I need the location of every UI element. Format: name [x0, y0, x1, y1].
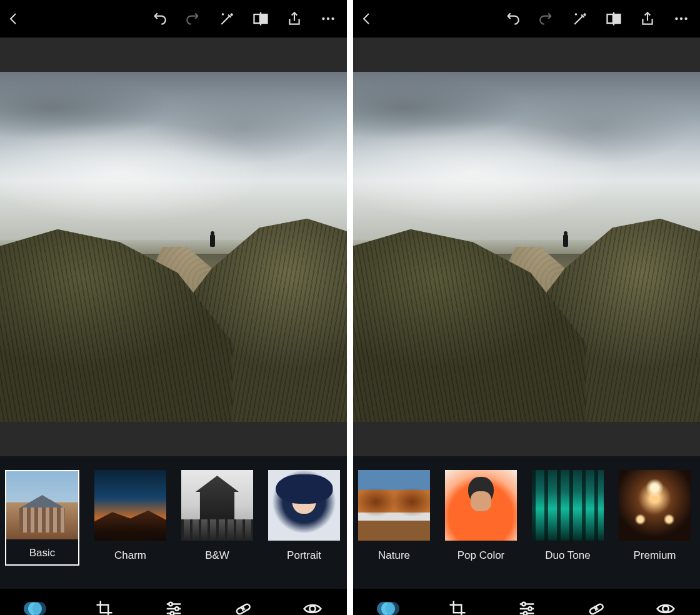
redeye-tool-icon[interactable]	[299, 595, 326, 615]
redeye-tool-icon[interactable]	[652, 595, 679, 615]
filter-nature-thumb	[358, 470, 430, 541]
bottom-toolbar	[353, 589, 700, 615]
svg-rect-10	[608, 14, 613, 23]
top-toolbar	[0, 0, 347, 38]
svg-point-15	[522, 602, 526, 606]
compare-icon[interactable]	[604, 9, 624, 29]
filter-label: Charm	[114, 549, 146, 562]
edited-photo	[353, 72, 700, 422]
filter-strip[interactable]: Nature Pop Color Duo Tone Premium	[353, 456, 700, 589]
filter-portrait-thumb	[268, 470, 340, 541]
redo-icon[interactable]	[536, 9, 556, 29]
svg-point-3	[327, 18, 329, 20]
svg-point-4	[331, 18, 334, 20]
svg-point-14	[684, 18, 687, 20]
svg-rect-11	[614, 14, 620, 23]
image-canvas[interactable]	[353, 38, 700, 456]
screen-right: Nature Pop Color Duo Tone Premium	[353, 0, 700, 615]
filter-nature[interactable]: Nature	[358, 470, 430, 562]
svg-point-5	[169, 602, 172, 606]
more-icon[interactable]	[318, 9, 338, 29]
filter-premium-thumb	[619, 470, 691, 541]
svg-point-12	[675, 18, 678, 20]
svg-point-19	[662, 606, 668, 611]
filter-basic-thumb	[6, 471, 78, 539]
share-icon[interactable]	[284, 9, 304, 29]
heal-tool-icon[interactable]	[582, 595, 610, 615]
filter-duotone[interactable]: Duo Tone	[532, 470, 604, 562]
filter-label: Nature	[378, 549, 410, 562]
bottom-toolbar	[0, 589, 347, 615]
svg-point-16	[528, 607, 532, 611]
filter-popcolor[interactable]: Pop Color	[445, 470, 517, 562]
crop-tool-icon[interactable]	[444, 595, 471, 615]
filter-charm[interactable]: Charm	[94, 470, 166, 562]
image-canvas[interactable]	[0, 38, 347, 456]
looks-tool-icon[interactable]	[374, 595, 402, 615]
filter-portrait[interactable]: Portrait	[268, 470, 340, 562]
crop-tool-icon[interactable]	[91, 595, 118, 615]
filter-bw[interactable]: B&W	[181, 470, 253, 562]
filter-label: Pop Color	[458, 549, 505, 562]
screen-left: Basic Charm B&W Portrait	[0, 0, 347, 615]
svg-rect-0	[254, 14, 260, 23]
svg-point-17	[523, 612, 527, 615]
heal-tool-icon[interactable]	[229, 595, 257, 615]
undo-icon[interactable]	[149, 9, 169, 29]
filter-duotone-thumb	[532, 470, 604, 541]
filter-label: Portrait	[287, 549, 321, 562]
adjust-tool-icon[interactable]	[160, 595, 188, 615]
top-toolbar	[353, 0, 700, 38]
auto-enhance-icon[interactable]	[570, 9, 590, 29]
adjust-tool-icon[interactable]	[513, 595, 541, 615]
svg-point-9	[309, 606, 315, 611]
undo-icon[interactable]	[502, 9, 522, 29]
svg-point-2	[322, 18, 324, 20]
filter-strip[interactable]: Basic Charm B&W Portrait	[0, 456, 347, 589]
compare-icon[interactable]	[251, 9, 271, 29]
svg-point-13	[680, 18, 682, 20]
filter-label: Premium	[633, 549, 676, 562]
looks-tool-icon[interactable]	[21, 595, 49, 615]
filter-popcolor-thumb	[445, 470, 517, 541]
filter-label: B&W	[205, 549, 229, 562]
back-icon[interactable]	[357, 9, 377, 29]
share-icon[interactable]	[638, 9, 658, 29]
filter-bw-thumb	[181, 470, 253, 541]
filter-basic[interactable]: Basic	[5, 470, 79, 566]
edited-photo	[0, 72, 347, 422]
filter-premium[interactable]: Premium	[619, 470, 691, 562]
filter-label: Duo Tone	[545, 549, 590, 562]
more-icon[interactable]	[671, 9, 691, 29]
back-icon[interactable]	[4, 9, 24, 29]
filter-label: Basic	[29, 547, 56, 559]
svg-point-7	[170, 612, 174, 615]
redo-icon[interactable]	[183, 9, 203, 29]
svg-point-6	[175, 607, 179, 611]
svg-rect-1	[261, 14, 267, 23]
auto-enhance-icon[interactable]	[217, 9, 237, 29]
filter-charm-thumb	[94, 470, 166, 541]
